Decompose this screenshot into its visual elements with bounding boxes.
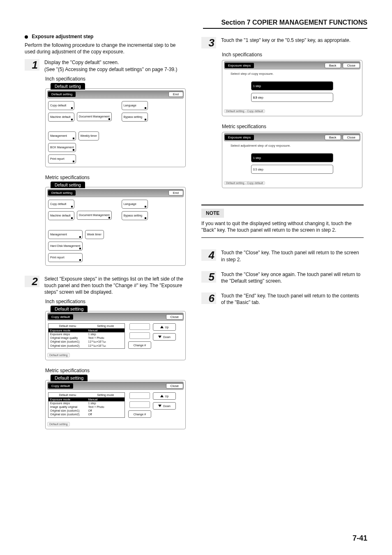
document-mgmt-button[interactable]: Document Management (77, 211, 112, 220)
table-row: Exposure steps1 step (48, 401, 125, 405)
step1-line2: (See "(5) Accessing the copy default set… (44, 66, 177, 73)
settings-list[interactable]: Default menu Setting mode Exposure modeM… (48, 323, 125, 349)
step-1: 1 Display the "Copy default" screen. (Se… (25, 59, 187, 72)
close-button[interactable]: Close (166, 314, 183, 320)
machine-default-button[interactable]: Machine default (48, 113, 74, 122)
triangle-up-icon (160, 326, 164, 328)
weekly-timer-button[interactable]: Weekly timer (78, 131, 99, 140)
change-button[interactable]: Change # (128, 341, 151, 349)
col-header-menu: Default menu (48, 324, 87, 329)
copy-default-list-panel-inch: Default setting Copy default Close Defau… (45, 311, 186, 360)
half-step-button[interactable]: 0.5 step (251, 93, 333, 102)
table-row: Original size (custom2)11¹¹/₁₆×16⁷/₁₆ (48, 344, 125, 348)
triangle-up-icon (160, 395, 164, 397)
bar-label: Copy default (48, 383, 73, 389)
panel-tab: Default setting (51, 182, 85, 188)
step-3: 3 Touch the "1 step" key or the "0.5 ste… (201, 37, 364, 48)
bypass-button[interactable]: Bypass setting (122, 211, 148, 220)
col-header-mode: Setting mode (87, 324, 125, 329)
scroll-bar[interactable] (129, 392, 150, 399)
back-button[interactable]: Back (325, 63, 341, 68)
box-mgmt-button[interactable]: BOX Management (48, 143, 76, 152)
panel-foot: Default setting (47, 353, 70, 357)
management-button[interactable]: Management (48, 230, 83, 239)
half-step-button[interactable]: 0.5 step (251, 165, 333, 174)
separator (201, 237, 364, 238)
copy-default-button[interactable]: Copy default (48, 200, 74, 209)
bypass-button[interactable]: Bypass setting (122, 113, 148, 122)
note-label: NOTE (201, 209, 224, 218)
scroll-bar[interactable] (129, 332, 150, 339)
week-timer-button[interactable]: Week timer (85, 230, 104, 239)
print-report-button[interactable]: Print report (48, 154, 76, 164)
panel-foot: Default setting - Copy default (224, 109, 265, 113)
panel-title-bar: Copy default Close (47, 313, 184, 321)
copy-default-list-panel-metric: Default setting Copy default Close Defau… (45, 380, 186, 429)
exposure-steps-panel-metric: Exposure steps Back Close Select adjustm… (222, 132, 362, 188)
section-heading: Exposure adjustment step (25, 34, 187, 39)
down-button[interactable]: Down (153, 402, 176, 410)
step-number: 5 (201, 271, 216, 283)
language-button[interactable]: Language (122, 101, 148, 110)
table-row: Exposure modeManual (48, 329, 125, 332)
back-button[interactable]: Back (325, 135, 341, 140)
table-row: Original image qualityText + Photo (48, 336, 125, 340)
step-4: 4 Touch the "Close" key. The touch panel… (201, 249, 364, 263)
step6-text: Touch the "End" key. The touch panel wil… (221, 292, 364, 306)
inch-spec-label-3: Inch specifications (222, 52, 364, 58)
close-button[interactable]: Close (166, 383, 183, 389)
triangle-down-icon (158, 405, 161, 407)
management-button[interactable]: Management (48, 131, 76, 140)
metric-spec-label-3: Metric specifications (222, 124, 364, 129)
step5-text: Touch the "Close" key once again. The to… (221, 271, 364, 284)
panel-instruction: Select adjustment step of copy exposure. (222, 142, 362, 149)
close-button[interactable]: Close (343, 135, 360, 140)
note-box: NOTE If you want to quit the displayed s… (201, 209, 364, 233)
panel-tab: Default setting (51, 375, 88, 381)
one-step-button[interactable]: 1 step (251, 153, 333, 162)
scroll-bar[interactable] (129, 401, 150, 408)
close-button[interactable]: Close (343, 63, 360, 68)
step-number: 3 (201, 37, 216, 48)
hdd-mgmt-button[interactable]: Hard Disk Management (48, 242, 83, 251)
copy-default-button[interactable]: Copy default (48, 101, 74, 110)
intro-text: Perform the following procedure to chang… (25, 42, 187, 55)
col-header-menu: Default menu (48, 393, 87, 398)
language-button[interactable]: Language (122, 200, 148, 209)
step-number: 4 (201, 249, 216, 261)
header-rule (203, 28, 367, 29)
step-5: 5 Touch the "Close" key once again. The … (201, 271, 364, 284)
end-button[interactable]: End (168, 92, 183, 97)
end-button[interactable]: End (168, 190, 183, 196)
panel-instruction: Select step of copy exposure. (222, 70, 362, 77)
up-button[interactable]: Up (153, 323, 176, 331)
default-setting-panel-inch: Default setting Default setting End Copy… (45, 88, 186, 167)
one-step-button[interactable]: 1 step (251, 81, 333, 90)
step4-text: Touch the "Close" key. The touch panel w… (221, 249, 364, 263)
bar-label: Default setting (48, 92, 76, 97)
document-mgmt-button[interactable]: Document Management (77, 112, 112, 121)
triangle-down-icon (158, 336, 161, 338)
print-report-button[interactable]: Print report (48, 253, 83, 262)
settings-list[interactable]: Default menu Setting mode Exposure modeM… (48, 392, 125, 418)
heading-text: Exposure adjustment step (32, 34, 93, 39)
down-button[interactable]: Down (153, 333, 176, 341)
panel-foot: Default setting - Copy default (224, 181, 265, 185)
exposure-steps-panel-inch: Exposure steps Back Close Select step of… (222, 60, 362, 116)
note-text: If you want to quit the displayed settin… (201, 220, 364, 233)
up-button[interactable]: Up (153, 392, 176, 400)
col-header-mode: Setting mode (87, 393, 125, 398)
machine-default-button[interactable]: Machine default (48, 211, 74, 220)
change-button[interactable]: Change # (128, 410, 151, 418)
step-number: 6 (201, 292, 216, 304)
scroll-bar[interactable] (129, 323, 150, 330)
panel-title-bar: Exposure steps Back Close (224, 133, 360, 141)
table-row: Original size (custom2)Off (48, 412, 125, 416)
panel-tab: Default setting (51, 306, 88, 312)
step2-text: Select "Exposure steps" in the settings … (44, 276, 187, 296)
inch-spec-label: Inch specifications (45, 76, 187, 82)
page-header: Section 7 COPIER MANAGEMENT FUNCTIONS (203, 19, 367, 29)
panel-title-bar: Exposure steps Back Close (224, 61, 360, 69)
table-row: Original size (custom1)11¹¹/₁₆×16⁷/₁₆ (48, 340, 125, 344)
step-number: 2 (25, 276, 39, 287)
